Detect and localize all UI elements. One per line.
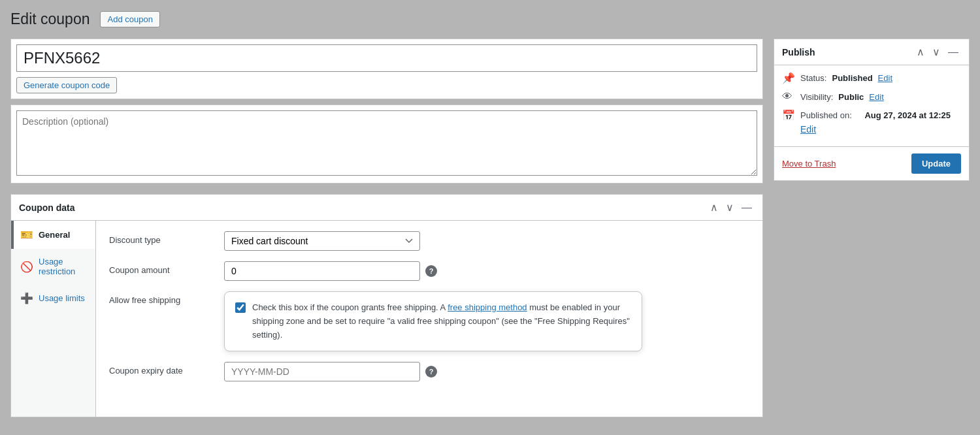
publish-date-row: 📅 Published on: Aug 27, 2024 at 12:25 (782, 109, 961, 121)
publish-visibility-icon: 👁 (782, 91, 795, 103)
coupon-data-down-button[interactable]: ∨ (723, 200, 736, 215)
tab-usage-restriction-label: Usage restriction (39, 257, 89, 276)
coupon-tabs: 🎫 General 🚫 Usage restriction ➕ Usage li… (11, 221, 96, 417)
tab-general-label: General (39, 230, 70, 240)
free-shipping-row: Allow free shipping Check this box if th… (109, 291, 749, 351)
main-content: Generate coupon code Coupon data ∧ ∨ — 🎫 (10, 39, 763, 417)
publish-status-edit-link[interactable]: Edit (878, 73, 892, 83)
publish-status-value: Published (832, 73, 872, 83)
tab-content-general: Discount type Percentage discount Fixed … (96, 221, 762, 417)
coupon-amount-row: Coupon amount ? (109, 261, 749, 281)
free-shipping-description: Check this box if the coupon grants free… (252, 301, 631, 342)
publish-down-button[interactable]: ∨ (930, 44, 943, 59)
discount-type-select[interactable]: Percentage discount Fixed cart discount … (224, 231, 420, 251)
coupon-expiry-label: Coupon expiry date (109, 362, 214, 376)
coupon-data-header: Coupon data ∧ ∨ — (11, 195, 762, 221)
free-shipping-method-link[interactable]: free shipping method (448, 302, 527, 312)
publish-date-label: Published on: (800, 110, 852, 120)
coupon-expiry-input[interactable] (224, 362, 420, 381)
free-shipping-label: Allow free shipping (109, 291, 214, 305)
coupon-expiry-help-icon[interactable]: ? (425, 366, 437, 378)
usage-restriction-tab-icon: 🚫 (20, 261, 33, 273)
free-shipping-popover: Check this box if the coupon grants free… (224, 291, 642, 351)
generate-coupon-button[interactable]: Generate coupon code (16, 77, 117, 93)
publish-header-controls: ∧ ∨ — (914, 44, 961, 59)
coupon-data-up-button[interactable]: ∧ (708, 200, 721, 215)
free-shipping-checkbox[interactable] (235, 302, 246, 313)
tab-general[interactable]: 🎫 General (11, 221, 95, 249)
coupon-expiry-control: ? (224, 362, 749, 381)
add-coupon-button[interactable]: Add coupon (100, 11, 159, 27)
description-section (10, 105, 763, 184)
coupon-data-title: Coupon data (19, 202, 75, 213)
coupon-code-input[interactable] (16, 44, 757, 72)
free-shipping-text-before: Check this box if the coupon grants free… (252, 302, 448, 312)
tab-usage-limits[interactable]: ➕ Usage limits (11, 284, 95, 312)
publish-footer: Move to Trash Update (774, 146, 969, 180)
coupon-amount-control: ? (224, 261, 749, 281)
publish-date-icon: 📅 (782, 109, 795, 121)
sidebar: Publish ∧ ∨ — 📌 Status: Published Edit 👁… (774, 39, 970, 181)
coupon-amount-input[interactable] (224, 261, 420, 281)
page-title: Edit coupon (10, 10, 90, 28)
discount-type-row: Discount type Percentage discount Fixed … (109, 231, 749, 251)
main-layout: Generate coupon code Coupon data ∧ ∨ — 🎫 (10, 39, 970, 417)
discount-type-control: Percentage discount Fixed cart discount … (224, 231, 749, 251)
general-tab-icon: 🎫 (20, 229, 33, 241)
coupon-amount-label: Coupon amount (109, 261, 214, 275)
tab-usage-limits-label: Usage limits (39, 293, 85, 303)
publish-visibility-label: Visibility: (800, 92, 833, 102)
publish-status-icon: 📌 (782, 72, 795, 84)
discount-type-label: Discount type (109, 231, 214, 245)
page-header: Edit coupon Add coupon (10, 10, 970, 28)
tab-usage-restriction[interactable]: 🚫 Usage restriction (11, 249, 95, 284)
coupon-code-section: Generate coupon code (10, 39, 763, 99)
publish-title: Publish (782, 47, 815, 57)
publish-date-edit-link[interactable]: Edit (800, 124, 816, 135)
coupon-data-controls: ∧ ∨ — (708, 200, 755, 215)
free-shipping-inner: Check this box if the coupon grants free… (235, 301, 631, 342)
publish-box: Publish ∧ ∨ — 📌 Status: Published Edit 👁… (774, 39, 970, 181)
usage-limits-tab-icon: ➕ (20, 292, 33, 304)
description-textarea[interactable] (16, 110, 757, 176)
publish-visibility-row: 👁 Visibility: Public Edit (782, 91, 961, 103)
publish-status-label: Status: (800, 73, 826, 83)
publish-header: Publish ∧ ∨ — (774, 39, 969, 65)
coupon-data-body: 🎫 General 🚫 Usage restriction ➕ Usage li… (11, 221, 762, 417)
publish-collapse-button[interactable]: — (945, 44, 961, 59)
move-to-trash-link[interactable]: Move to Trash (782, 159, 836, 169)
publish-status-row: 📌 Status: Published Edit (782, 72, 961, 84)
coupon-data-collapse-button[interactable]: — (739, 200, 755, 215)
publish-body: 📌 Status: Published Edit 👁 Visibility: P… (774, 65, 969, 146)
coupon-amount-help-icon[interactable]: ? (425, 265, 437, 277)
publish-up-button[interactable]: ∧ (914, 44, 927, 59)
publish-visibility-value: Public (838, 92, 864, 102)
publish-date-value: Aug 27, 2024 at 12:25 (864, 110, 951, 120)
coupon-data-box: Coupon data ∧ ∨ — 🎫 General 🚫 Usage (10, 194, 763, 417)
publish-visibility-edit-link[interactable]: Edit (869, 92, 883, 102)
coupon-expiry-row: Coupon expiry date ? (109, 362, 749, 381)
update-button[interactable]: Update (911, 153, 961, 174)
